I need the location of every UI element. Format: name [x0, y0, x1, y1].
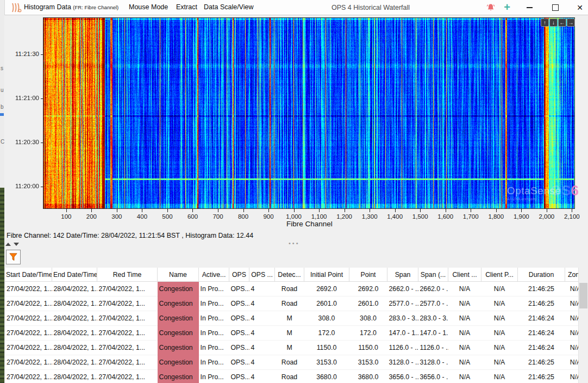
menu-mouse-mode[interactable]: Mouse Mode — [129, 3, 168, 11]
table-cell: 4 — [249, 370, 275, 383]
table-cell: 4 — [249, 341, 275, 355]
menu-extract[interactable]: Extract — [176, 3, 197, 11]
collapse-down-button[interactable] — [14, 243, 19, 246]
table-cell: 27/04/2022, 1... — [5, 355, 52, 370]
column-header-client-p[interactable]: Client P... — [481, 268, 518, 282]
table-cell: N/A — [481, 282, 518, 296]
table-cell: In Pro... — [199, 311, 229, 326]
column-header-end-date-time[interactable]: End Date/Time — [52, 268, 97, 282]
table-cell: 3153.0 — [304, 355, 349, 370]
table-cell: N/A — [565, 341, 579, 355]
table-cell: 4 — [249, 282, 275, 296]
column-header-ops[interactable]: OPS — [229, 268, 249, 282]
table-cell: OPS... — [229, 311, 249, 326]
column-header-span[interactable]: Span — [387, 268, 418, 282]
column-header-name[interactable]: Name — [158, 268, 199, 282]
x-tick-label: 1,800 — [488, 213, 504, 220]
table-cell: N/A — [448, 326, 481, 341]
table-header-row: Start Date/TimeEnd Date/TimeRed TimeName… — [5, 268, 579, 282]
table-cell: 27/04/2022, 1... — [97, 341, 158, 355]
column-header-detec[interactable]: Detec... — [275, 268, 304, 282]
table-row[interactable]: 27/04/2022, 1...28/04/2022, 1...27/04/20… — [5, 282, 579, 296]
table-cell: N/A — [565, 370, 579, 383]
waterfall-heatmap[interactable] — [43, 18, 574, 208]
table-row[interactable]: 27/04/2022, 1...28/04/2022, 1...27/04/20… — [5, 341, 579, 355]
column-header-ops[interactable]: OPS ... — [249, 268, 275, 282]
splitter-handle[interactable]: ••• — [289, 240, 300, 246]
y-tick-mark — [41, 98, 43, 99]
minimize-icon — [527, 7, 533, 8]
x-tick-mark — [167, 209, 168, 212]
table-cell: Congestion — [158, 282, 199, 296]
table-cell: 172.0 — [304, 326, 349, 341]
table-row[interactable]: 27/04/2022, 1...28/04/2022, 1...27/04/20… — [5, 355, 579, 370]
table-cell: OPS... — [229, 326, 249, 341]
pan-left-button[interactable]: ← — [558, 18, 566, 27]
x-tick-label: 100 — [61, 213, 71, 220]
x-tick-mark — [395, 209, 396, 212]
cursor-readout: Fibre Channel: 142 Date/Time: 28/04/2022… — [7, 232, 253, 239]
table-row[interactable]: 27/04/2022, 1...28/04/2022, 1...27/04/20… — [5, 296, 579, 311]
y-tick-mark — [41, 187, 43, 187]
column-header-active[interactable]: Active... — [199, 268, 229, 282]
close-button[interactable]: ✕ — [570, 0, 588, 15]
table-cell: Congestion — [158, 311, 199, 326]
table-cell: Congestion — [158, 341, 199, 355]
x-tick-label: 200 — [86, 213, 97, 220]
x-axis-title: Fibre Channel — [286, 220, 333, 228]
column-header-start-date-time[interactable]: Start Date/Time — [5, 268, 52, 282]
alert-bell-button[interactable] — [483, 0, 498, 15]
table-cell: Road — [275, 370, 304, 383]
x-tick-mark — [117, 209, 117, 212]
table-cell: N/A — [481, 370, 518, 383]
table-cell: N/A — [565, 311, 579, 326]
table-cell: 27/04/2022, 1... — [5, 296, 52, 311]
column-header-span[interactable]: Span (... — [418, 268, 448, 282]
table-cell: 27/04/2022, 1... — [97, 296, 158, 311]
table-cell: 1150.0 — [304, 341, 349, 355]
table-scrollbar[interactable] — [578, 268, 588, 383]
x-tick-mark — [192, 209, 193, 212]
x-tick-mark — [420, 209, 421, 212]
column-header-initial-point[interactable]: Initial Point — [304, 268, 349, 282]
pan-right-button[interactable]: → — [567, 18, 575, 27]
table-cell: Congestion — [158, 370, 199, 383]
desktop-wallpaper — [0, 188, 4, 383]
table-row[interactable]: 27/04/2022, 1...28/04/2022, 1...27/04/20… — [5, 311, 579, 326]
table-cell: 2601.0 — [304, 296, 349, 311]
table-cell: 28/04/2022, 1... — [52, 296, 97, 311]
x-tick-mark — [521, 209, 522, 212]
pan-down-button[interactable]: ↓ — [549, 18, 558, 27]
x-tick-label: 600 — [187, 213, 198, 220]
maximize-button[interactable] — [546, 0, 565, 15]
table-cell: 27/04/2022, 1... — [97, 370, 158, 383]
table-cell: In Pro... — [199, 282, 229, 296]
menu-data-scale-view[interactable]: Data Scale/View — [204, 3, 254, 11]
column-header-point[interactable]: Point — [349, 268, 387, 282]
scrollbar-thumb[interactable] — [579, 283, 587, 308]
column-header-duration[interactable]: Duration — [518, 268, 565, 282]
table-cell: M — [275, 311, 304, 326]
window-title: OPS 4 Historical Waterfall — [331, 4, 410, 11]
column-header-client[interactable]: Client ... — [448, 268, 481, 282]
x-tick-label: 1,900 — [514, 213, 529, 220]
column-header-zone[interactable]: Zone — [565, 268, 579, 282]
menu-histogram-data[interactable]: Histogram Data (FR: Fibre Channel) — [24, 3, 118, 11]
bell-icon — [486, 3, 495, 12]
collapse-up-button[interactable] — [5, 243, 11, 246]
table-cell: 28/04/2022, 1... — [52, 311, 97, 326]
table-cell: 21:46:25 — [518, 296, 565, 311]
filter-button[interactable] — [6, 250, 21, 264]
minimize-button[interactable] — [520, 0, 539, 15]
table-row[interactable]: 27/04/2022, 1...28/04/2022, 1...27/04/20… — [5, 370, 579, 383]
x-tick-mark — [496, 209, 497, 212]
pan-up-button[interactable]: ↑ — [541, 18, 549, 27]
x-tick-label: 800 — [238, 213, 248, 220]
table-row[interactable]: 27/04/2022, 1...28/04/2022, 1...27/04/20… — [5, 326, 579, 341]
y-tick-label: 11:20:00 — [8, 183, 39, 189]
table-cell: 27/04/2022, 1... — [97, 282, 158, 296]
add-window-button[interactable]: + — [499, 0, 515, 15]
table-cell: N/A — [565, 355, 579, 370]
table-cell: Road — [275, 282, 304, 296]
column-header-red-time[interactable]: Red Time — [97, 268, 158, 282]
